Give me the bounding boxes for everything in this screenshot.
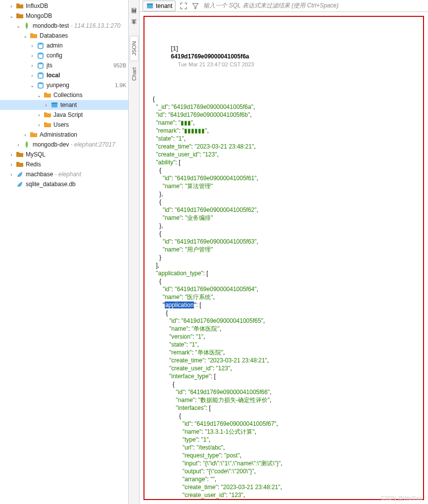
- tree-label: mongodb-dev - elephant:27017: [33, 141, 126, 148]
- folder-dark-icon: [16, 12, 24, 20]
- filter-input[interactable]: 输入一个 SQL 表达式来过滤结果 (使用 Ctrl+Space): [203, 1, 425, 10]
- db-icon: [37, 71, 45, 79]
- chevron-icon[interactable]: ›: [9, 162, 14, 167]
- tree-item[interactable]: ›jts952B: [0, 60, 128, 70]
- tree-item[interactable]: ⌄mondodb-test - 114.116.13.1:270: [0, 21, 128, 31]
- tab-label: tenant: [156, 2, 172, 9]
- toolbar: tenant 输入一个 SQL 表达式来过滤结果 (使用 Ctrl+Space): [140, 0, 428, 12]
- chevron-icon[interactable]: ›: [44, 102, 48, 108]
- chevron-icon[interactable]: ›: [30, 53, 35, 58]
- tree-item[interactable]: ⌄MongoDB: [0, 11, 128, 21]
- doc-index: [1]: [171, 45, 178, 52]
- tree-item[interactable]: ›MySQL: [0, 150, 128, 159]
- tree-label: mondodb-test - 114.116.13.1:270: [33, 22, 126, 29]
- mongo-icon: [23, 141, 31, 149]
- chevron-icon[interactable]: ›: [9, 172, 14, 177]
- db-icon: [37, 81, 45, 89]
- svg-point-4: [38, 82, 43, 84]
- watermark: CSDN @WaiSaa: [381, 495, 423, 501]
- chevron-icon[interactable]: ›: [23, 132, 28, 138]
- leaf-icon: [16, 180, 24, 188]
- chevron-icon[interactable]: ›: [16, 142, 21, 148]
- tree-label: Users: [53, 121, 126, 128]
- tree-item[interactable]: ⌄yunpeng1.9K: [0, 80, 128, 90]
- chevron-icon[interactable]: ⌄: [23, 33, 28, 39]
- view-tab[interactable]: JSON: [130, 36, 139, 61]
- tree-item[interactable]: ⌄Collections: [0, 90, 128, 100]
- folder-icon: [30, 131, 38, 139]
- tree-label: admin: [47, 42, 126, 49]
- chevron-icon[interactable]: ›: [30, 63, 35, 68]
- tree-item[interactable]: ⌄Databases: [0, 31, 128, 41]
- chevron-icon[interactable]: ⌄: [37, 93, 42, 98]
- mongo-icon: [23, 22, 31, 30]
- tree-item[interactable]: ›Java Script: [0, 110, 128, 120]
- svg-point-3: [38, 72, 43, 74]
- tree-item[interactable]: ›mongodb-dev - elephant:27017: [0, 140, 128, 150]
- tree-item[interactable]: ›Users: [0, 120, 128, 130]
- folder-icon: [30, 32, 38, 40]
- chevron-icon[interactable]: ›: [9, 3, 14, 9]
- tree-item[interactable]: ›admin: [0, 41, 128, 50]
- json-body[interactable]: { "_id": "6419d1769e09000041005f6a", "id…: [149, 95, 420, 500]
- svg-point-1: [38, 52, 43, 54]
- tree-item[interactable]: ›tenant: [0, 100, 128, 110]
- filter-icon[interactable]: [191, 2, 199, 10]
- active-tab[interactable]: tenant: [143, 0, 176, 11]
- tree-item[interactable]: ›Administration: [0, 130, 128, 140]
- tree-item[interactable]: ›Redis: [0, 159, 128, 169]
- tree-label: InfluxDB: [26, 2, 126, 9]
- view-tab[interactable]: 网格: [129, 12, 139, 23]
- tree-label: local: [47, 72, 126, 79]
- doc-oid: 6419d1769e09000041005f6a: [171, 53, 249, 60]
- tree-label: Databases: [40, 32, 126, 39]
- chevron-icon[interactable]: ›: [30, 73, 35, 78]
- view-mode-tabs: 网格文本JSONChart: [129, 0, 140, 504]
- db-icon: [37, 61, 45, 69]
- svg-rect-8: [147, 3, 153, 5]
- size-badge: 1.9K: [115, 82, 126, 88]
- tree-item[interactable]: sqlite_database.db: [0, 179, 128, 189]
- tree-item[interactable]: ›InfluxDB: [0, 1, 128, 11]
- tree-label: config: [47, 52, 126, 59]
- table-icon: [146, 2, 154, 10]
- svg-point-2: [38, 62, 43, 64]
- size-badge: 952B: [113, 62, 126, 68]
- table-icon: [50, 101, 58, 109]
- chevron-icon[interactable]: ⌄: [9, 13, 14, 19]
- tree-label: Java Script: [53, 111, 126, 118]
- folder-icon: [44, 91, 51, 99]
- db-tree: ›InfluxDB⌄MongoDB⌄mondodb-test - 114.116…: [0, 0, 129, 504]
- tree-label: sqlite_database.db: [26, 181, 126, 188]
- json-document[interactable]: [1] 6419d1769e09000041005f6a Tue Mar 21 …: [143, 16, 424, 500]
- tree-label: Administration: [40, 131, 126, 138]
- folder-dark-icon: [16, 2, 24, 10]
- main-panel: tenant 输入一个 SQL 表达式来过滤结果 (使用 Ctrl+Space)…: [140, 0, 428, 504]
- tree-label: MySQL: [26, 151, 126, 158]
- chevron-icon[interactable]: ⌄: [30, 83, 35, 88]
- chevron-icon[interactable]: ⌄: [16, 23, 21, 29]
- expand-icon[interactable]: [180, 2, 188, 10]
- tree-item[interactable]: ›machbase - elephant: [0, 169, 128, 179]
- leaf-icon: [16, 170, 24, 178]
- tree-item[interactable]: ›config: [0, 50, 128, 60]
- tree-label: Collections: [53, 92, 126, 99]
- view-tab[interactable]: Chart: [130, 62, 139, 86]
- tree-label: machbase - elephant: [26, 171, 126, 178]
- chevron-icon[interactable]: ›: [30, 43, 35, 49]
- chevron-icon[interactable]: ›: [37, 122, 42, 128]
- folder-icon: [44, 121, 51, 129]
- db-icon: [37, 51, 45, 59]
- tree-label: MongoDB: [26, 12, 126, 19]
- view-tab[interactable]: 文本: [129, 24, 139, 35]
- doc-header: [1] 6419d1769e09000041005f6a Tue Mar 21 …: [149, 37, 420, 76]
- folder-dark-icon: [16, 151, 24, 158]
- doc-timestamp: Tue Mar 21 23:47:02 CST 2023: [178, 61, 254, 67]
- svg-rect-6: [51, 102, 57, 104]
- folder-dark-icon: [16, 160, 24, 168]
- chevron-icon[interactable]: ›: [37, 112, 42, 118]
- tree-item[interactable]: ›local: [0, 70, 128, 80]
- tree-label: yunpeng: [47, 82, 113, 89]
- tree-label: Redis: [26, 161, 126, 168]
- chevron-icon[interactable]: ›: [9, 152, 14, 157]
